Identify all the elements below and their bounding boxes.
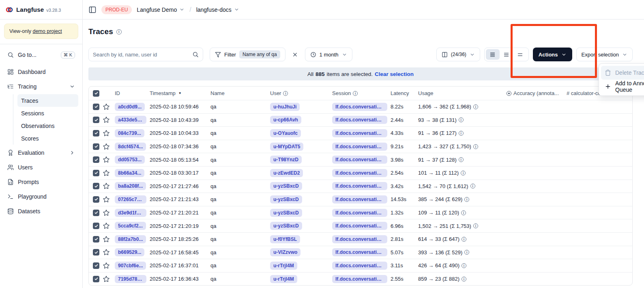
table-row[interactable]: 8dcf4574... 2025-02-18 07:34:36 qa u-MYp… [89, 140, 632, 153]
column-header-session[interactable]: Sessioni [332, 90, 391, 96]
table-row[interactable]: ba8a208f... 2025-02-17 21:27:46 qa u-yzS… [89, 180, 632, 193]
sidebar-item-sessions[interactable]: Sessions [17, 107, 78, 119]
sidebar-item-scores[interactable]: Scores [17, 132, 78, 145]
user-badge[interactable]: u-T98YnzD [270, 156, 302, 164]
star-icon[interactable] [103, 196, 110, 203]
usage-info-icon[interactable]: i [459, 157, 464, 162]
usage-info-icon[interactable]: i [461, 171, 466, 175]
star-icon[interactable] [103, 209, 110, 217]
usage-info-icon[interactable]: i [470, 184, 475, 188]
usage-info-icon[interactable]: i [473, 144, 478, 149]
sidebar-item-users[interactable]: Users [4, 160, 78, 174]
user-badge[interactable]: u-huJhuJi [270, 103, 300, 111]
trace-id-badge[interactable]: d3e9d1f2... [115, 209, 146, 217]
row-checkbox[interactable] [93, 262, 99, 269]
column-header-id[interactable]: ID [115, 90, 150, 96]
star-icon[interactable] [103, 143, 110, 150]
trace-id-badge[interactable]: 084c739... [115, 129, 144, 137]
user-badge[interactable]: u-cp66Avh [270, 116, 301, 124]
sidebar-item-evaluation[interactable]: Evaluation [4, 146, 78, 160]
user-badge[interactable]: u-VIZzvwo [270, 248, 301, 256]
sidebar-item-goto[interactable]: Go to...⌘ K [4, 48, 78, 62]
sidebar-item-playground[interactable]: Playground [4, 190, 78, 204]
sidebar-item-tracing[interactable]: Tracing [4, 80, 78, 93]
row-checkbox[interactable] [93, 196, 99, 203]
session-badge[interactable]: lf.docs.conversation... [332, 143, 387, 151]
usage-info-icon[interactable]: i [461, 210, 466, 215]
table-row[interactable]: dd05753... 2025-02-18 05:13:54 qa u-T98Y… [89, 153, 632, 166]
table-row[interactable]: a433de51... 2025-02-18 10:43:39 qa u-cp6… [89, 113, 632, 127]
column-header-latency[interactable]: Latency [391, 90, 418, 96]
user-badge[interactable]: u-MYpDAT5 [270, 143, 303, 151]
session-badge[interactable]: lf.docs.conversation... [332, 195, 387, 204]
sidebar-item-observations[interactable]: Observations [17, 119, 78, 132]
usage-info-icon[interactable]: i [464, 197, 469, 202]
row-checkbox[interactable] [93, 130, 99, 136]
column-header-name[interactable]: Name [210, 90, 270, 96]
table-row[interactable]: 88f2a7b0... 2025-02-17 18:25:26 qa u-f0Y… [89, 232, 632, 246]
star-icon[interactable] [103, 249, 110, 256]
session-badge[interactable]: lf.docs.conversation... [332, 275, 387, 283]
usage-info-icon[interactable]: i [462, 237, 466, 242]
row-checkbox[interactable] [93, 104, 99, 110]
usage-info-icon[interactable]: i [473, 223, 478, 228]
trace-id-badge[interactable]: a433de51... [115, 116, 146, 124]
row-checkbox[interactable] [93, 143, 99, 150]
user-badge[interactable]: u-rTrjl4M [270, 275, 297, 283]
user-badge[interactable]: u-yzSBxcD [270, 222, 302, 230]
trace-id-badge[interactable]: 07265c7a... [115, 195, 146, 204]
time-range-button[interactable]: 1 month [305, 48, 352, 61]
column-visibility-button[interactable]: (24/36) [436, 48, 480, 61]
row-checkbox[interactable] [93, 117, 99, 123]
menu-item-add-to-annotation-queue[interactable]: Add to Annotation Queue [601, 80, 644, 93]
star-icon[interactable] [103, 103, 110, 110]
trace-id-badge[interactable]: ba8a208f... [115, 182, 146, 190]
user-badge[interactable]: u-yzSBxcD [270, 195, 302, 204]
trace-id-badge[interactable]: 88f2a7b0... [115, 235, 146, 243]
session-badge[interactable]: lf.docs.conversation... [332, 262, 387, 270]
sidebar-toggle-icon[interactable] [88, 6, 97, 14]
session-badge[interactable]: lf.docs.conversation... [332, 156, 387, 164]
trace-id-badge[interactable]: 5cca9cf2... [115, 222, 146, 230]
usage-info-icon[interactable]: i [462, 263, 466, 268]
user-badge[interactable]: u-yzSBxcD [270, 209, 302, 217]
session-badge[interactable]: lf.docs.conversation... [332, 235, 387, 243]
trace-id-badge[interactable]: 7195d78e... [115, 275, 146, 283]
org-switcher[interactable]: Langfuse Demo [137, 6, 185, 13]
column-header-user[interactable]: Useri [270, 90, 332, 96]
table-row[interactable]: 084c739... 2025-02-18 10:04:33 qa u-OYau… [89, 126, 632, 140]
search-icon[interactable] [192, 51, 199, 58]
row-checkbox[interactable] [93, 276, 99, 282]
search-input[interactable] [93, 52, 189, 58]
sidebar-item-traces[interactable]: Traces [17, 94, 78, 107]
usage-info-icon[interactable]: i [459, 131, 464, 136]
clear-filter-icon[interactable] [290, 49, 301, 60]
table-row[interactable]: d3e9d1f2... 2025-02-17 21:20:21 qa u-yzS… [89, 206, 632, 219]
row-height-small-icon[interactable] [486, 49, 500, 60]
sidebar-item-dashboard[interactable]: Dashboard [4, 65, 78, 79]
clear-selection-link[interactable]: Clear selection [375, 71, 414, 77]
star-icon[interactable] [103, 262, 110, 269]
actions-button[interactable]: Actions [533, 48, 572, 61]
sidebar-item-prompts[interactable]: Prompts [4, 175, 78, 189]
star-icon[interactable] [103, 275, 110, 283]
session-badge[interactable]: lf.docs.conversation... [332, 116, 387, 124]
table-row[interactable]: 5cca9cf2... 2025-02-17 21:20:19 qa u-yzS… [89, 219, 632, 232]
row-checkbox[interactable] [93, 210, 99, 216]
user-badge[interactable]: u-OYauofc [270, 129, 301, 137]
project-switcher[interactable]: langfuse-docs [196, 6, 239, 13]
user-badge[interactable]: u-f0YfBSL [270, 235, 300, 243]
table-row[interactable]: 907cbf6e... 2025-02-17 16:37:01 qa u-rTr… [89, 259, 632, 272]
session-badge[interactable]: lf.docs.conversation... [332, 169, 387, 177]
usage-info-icon[interactable]: i [473, 104, 478, 109]
user-badge[interactable]: u-yzSBxcD [270, 182, 302, 190]
row-checkbox[interactable] [93, 170, 99, 176]
table-row[interactable]: a0cd0d9... 2025-02-18 10:59:46 qa u-huJh… [89, 100, 632, 113]
column-header-accuracy-annota-[interactable]: Accuracy (annota... [507, 90, 567, 96]
usage-info-icon[interactable]: i [459, 117, 464, 122]
row-height-large-icon[interactable] [513, 49, 527, 60]
session-badge[interactable]: lf.docs.conversation... [332, 129, 387, 137]
star-icon[interactable] [103, 182, 110, 190]
trace-id-badge[interactable]: dd05753... [115, 156, 145, 164]
star-icon[interactable] [103, 156, 110, 163]
